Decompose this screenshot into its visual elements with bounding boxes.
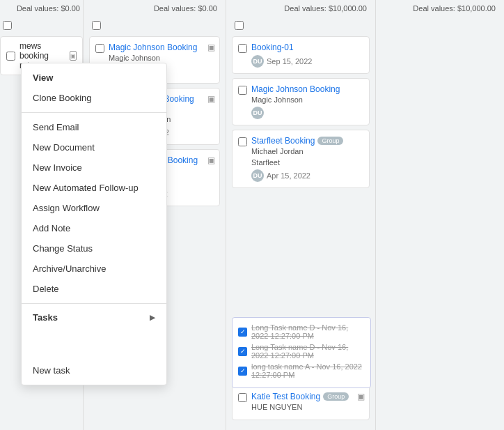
katie-subtitle: HUE NGUYEN: [251, 403, 349, 411]
col1-deal-value: Deal values: $0.00: [0, 0, 83, 17]
starfleet-group-badge: Group: [317, 137, 343, 145]
col1-select-all-checkbox[interactable]: [3, 21, 12, 30]
mj-col3-subtitle: Magic Johnson: [251, 95, 340, 104]
starfleet-meta: DU Apr 15, 2022: [251, 169, 343, 182]
magic-johnson-action-icon[interactable]: ▣: [207, 43, 215, 52]
katie-title[interactable]: Katie Test Booking Group: [251, 392, 349, 401]
menu-item-delete[interactable]: Delete: [22, 279, 166, 299]
task-2-text: Long Task name D - Nov 16, 2022 12:27:00…: [251, 343, 365, 360]
context-menu: View Clone Booking Send Email New Docume…: [21, 63, 167, 385]
tasks-section-header[interactable]: Tasks ▶: [22, 308, 166, 325]
booking-01-card: Booking-01 DU Sep 15, 2022: [232, 36, 370, 74]
starfleet-date: Apr 15, 2022: [267, 171, 310, 180]
menu-divider-2: [22, 303, 166, 304]
menu-item-archive-unarchive[interactable]: Archive/Unarchive: [22, 259, 166, 279]
booking-01-avatar: DU: [251, 55, 264, 68]
col4-deal-value: Deal values: $10,000.00: [381, 0, 498, 17]
starfleet-subtitle1: Michael Jordan: [251, 147, 343, 155]
magic-johnson-checkbox[interactable]: [95, 44, 104, 53]
col3-select-all-checkbox[interactable]: [235, 21, 244, 30]
col2-top-checkbox[interactable]: [89, 17, 220, 36]
task-2-checkbox[interactable]: [238, 347, 247, 356]
menu-item-new-automated-followup[interactable]: New Automated Follow-up: [22, 178, 166, 198]
booking-01-meta: DU Sep 15, 2022: [251, 55, 312, 68]
column-4: Deal values: $10,000.00: [376, 0, 504, 430]
booking-01-title[interactable]: Booking-01: [251, 43, 312, 52]
mj-action-icon[interactable]: ▣: [207, 155, 215, 165]
mj-col3-title[interactable]: Magic Johnson Booking: [251, 84, 340, 94]
mj-booking-col3-card: Magic Johnson Booking Magic Johnson DU: [232, 78, 370, 125]
booking-01-checkbox[interactable]: [238, 44, 247, 53]
menu-item-change-status[interactable]: Change Status: [22, 238, 166, 259]
katie-checkbox[interactable]: [238, 393, 247, 402]
mj-col3-avatar: DU: [251, 107, 264, 119]
booking-01-date: Sep 15, 2022: [267, 57, 312, 66]
menu-item-add-note[interactable]: Add Note: [22, 218, 166, 238]
menu-item-new-invoice[interactable]: New Invoice: [22, 158, 166, 178]
katie-action-icon[interactable]: ▣: [357, 392, 365, 401]
col3-deal-value: Deal values: $10,000.00: [232, 0, 370, 17]
task-3-checkbox[interactable]: [238, 367, 247, 376]
tasks-content-box: Long Task name D - Nov 16, 2022 12:27:00…: [232, 317, 371, 388]
task-item-1: Long Task name D - Nov 16, 2022 12:27:00…: [238, 323, 365, 340]
lebron-action-icon[interactable]: ▣: [207, 94, 215, 104]
col3-top-checkbox[interactable]: [232, 17, 370, 36]
tasks-empty-space: [22, 325, 166, 360]
magic-johnson-subtitle: Magic Johnson: [109, 54, 197, 62]
menu-item-view[interactable]: View: [22, 68, 166, 88]
col1-top-checkbox[interactable]: [0, 17, 83, 36]
task-item-2: Long Task name D - Nov 16, 2022 12:27:00…: [238, 343, 365, 360]
starfleet-title[interactable]: Starfleet Booking Group: [251, 136, 343, 146]
starfleet-subtitle2: Starfleet: [251, 158, 343, 167]
column-3: Deal values: $10,000.00 Booking-01 DU Se…: [226, 0, 376, 430]
tasks-arrow-icon: ▶: [150, 314, 155, 321]
starfleet-checkbox[interactable]: [238, 137, 247, 146]
mews-checkbox[interactable]: [6, 52, 15, 61]
katie-booking-card: Katie Test Booking Group HUE NGUYEN ▣: [232, 385, 370, 420]
task-1-text: Long Task name D - Nov 16, 2022 12:27:00…: [251, 323, 365, 340]
task-1-checkbox[interactable]: [238, 328, 247, 337]
col2-select-all-checkbox[interactable]: [92, 21, 101, 30]
starfleet-avatar: DU: [251, 169, 264, 182]
mj-col3-meta: DU: [251, 107, 340, 119]
menu-item-send-email[interactable]: Send Email: [22, 117, 166, 137]
mews-action-icon[interactable]: ▣: [70, 51, 77, 61]
magic-johnson-title[interactable]: Magic Johnson Booking: [109, 43, 197, 52]
menu-item-clone-booking[interactable]: Clone Booking: [22, 88, 166, 108]
col2-deal-value: Deal values: $0.00: [89, 0, 220, 17]
starfleet-booking-card: Starfleet Booking Group Michael Jordan S…: [232, 130, 370, 188]
menu-item-new-task[interactable]: New task: [22, 360, 166, 381]
menu-item-new-document[interactable]: New Document: [22, 137, 166, 158]
menu-divider-1: [22, 112, 166, 113]
task-item-3: long task name A - Nov 16, 2022 12:27:00…: [238, 362, 365, 379]
katie-group-badge: Group: [323, 392, 349, 401]
mj-col3-checkbox[interactable]: [238, 86, 247, 95]
task-3-text: long task name A - Nov 16, 2022 12:27:00…: [251, 362, 365, 379]
menu-item-assign-workflow[interactable]: Assign Workflow: [22, 198, 166, 218]
